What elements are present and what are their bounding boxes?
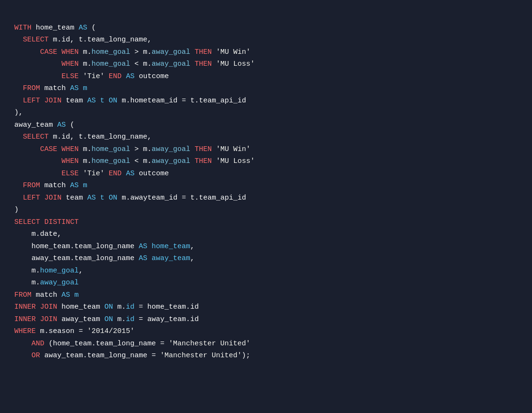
col-home-goal-4: home_goal: [92, 157, 130, 165]
keyword-inner-join-2: INNER JOIN: [14, 315, 57, 323]
keyword-on-3: ON: [104, 303, 113, 311]
keyword-end-2: END: [109, 170, 122, 178]
str-mu-loss-2: 'MU Loss': [216, 157, 255, 165]
keyword-as-5: AS: [57, 121, 66, 129]
str-tie-1: 'Tie': [83, 72, 104, 81]
keyword-as-6: AS: [126, 170, 134, 178]
keyword-else-1: ELSE: [61, 72, 79, 81]
keyword-where: WHERE: [14, 327, 36, 335]
keyword-as-4: AS: [87, 97, 96, 105]
alias-home-team: home_team: [152, 242, 190, 251]
alias-m-1: m: [83, 84, 87, 92]
keyword-case-1: CASE: [40, 48, 57, 56]
keyword-then-4: THEN: [194, 157, 212, 165]
alias-t-2: t: [100, 194, 104, 202]
keyword-or: OR: [31, 352, 40, 360]
col-away-goal-3: away_goal: [152, 145, 190, 153]
alias-t-1: t: [100, 97, 104, 105]
str-tie-2: 'Tie': [83, 170, 104, 178]
keyword-then-2: THEN: [194, 60, 212, 68]
col-home-goal-5: home_goal: [40, 267, 79, 275]
keyword-when-3: WHEN: [61, 145, 79, 153]
col-away-goal-5: away_goal: [40, 279, 79, 287]
keyword-as-2: AS: [126, 72, 134, 81]
col-away-goal-2: away_goal: [152, 60, 190, 68]
keyword-as-8: AS: [87, 194, 96, 202]
keyword-on-2: ON: [109, 194, 117, 202]
keyword-from-2: FROM: [23, 181, 40, 190]
sql-code-block: WITH home_team AS ( SELECT m.id, t.team_…: [14, 10, 518, 362]
keyword-as-11: AS: [61, 291, 70, 299]
str-mu-win-1: 'MU Win': [216, 48, 250, 56]
col-away-goal-4: away_goal: [152, 157, 190, 165]
keyword-as-10: AS: [139, 254, 147, 262]
keyword-when-2: WHEN: [61, 60, 79, 68]
keyword-select-2: SELECT: [23, 133, 49, 141]
str-manchester-united-1: 'Manchester United': [169, 340, 250, 348]
str-manchester-united-2: 'Manchester United': [160, 352, 242, 360]
keyword-end-1: END: [109, 72, 122, 81]
keyword-when-4: WHEN: [61, 157, 79, 165]
col-home-goal-3: home_goal: [92, 145, 130, 153]
keyword-inner-join-1: INNER JOIN: [14, 303, 57, 311]
col-id-1: id: [126, 303, 134, 311]
keyword-left-join-2: LEFT JOIN: [23, 194, 61, 202]
keyword-as-7: AS: [70, 181, 79, 190]
str-mu-loss-1: 'MU Loss': [216, 60, 255, 68]
keyword-on-4: ON: [104, 315, 113, 323]
keyword-as-3: AS: [70, 84, 79, 92]
keyword-as-1: AS: [79, 24, 87, 32]
keyword-from-1: FROM: [23, 84, 40, 92]
col-away-goal-1: away_goal: [152, 48, 190, 56]
keyword-with: WITH: [14, 24, 31, 32]
keyword-else-2: ELSE: [61, 170, 79, 178]
keyword-from-3: FROM: [14, 291, 31, 299]
keyword-select-distinct: SELECT DISTINCT: [14, 218, 79, 226]
keyword-left-join-1: LEFT JOIN: [23, 97, 61, 105]
alias-m-2: m: [83, 181, 87, 190]
str-season: '2014/2015': [87, 327, 134, 335]
keyword-then-3: THEN: [194, 145, 212, 153]
keyword-and: AND: [31, 340, 44, 348]
keyword-on-1: ON: [109, 97, 117, 105]
keyword-case-2: CASE: [40, 145, 57, 153]
keyword-select-1: SELECT: [23, 36, 49, 44]
keyword-as-9: AS: [139, 242, 147, 251]
col-id-2: id: [126, 315, 134, 323]
str-mu-win-2: 'MU Win': [216, 145, 250, 153]
alias-m-3: m: [74, 291, 79, 299]
keyword-when-1: WHEN: [61, 48, 79, 56]
col-home-goal-1: home_goal: [92, 48, 130, 56]
keyword-then-1: THEN: [194, 48, 212, 56]
col-home-goal-2: home_goal: [92, 60, 130, 68]
alias-away-team: away_team: [152, 254, 190, 262]
